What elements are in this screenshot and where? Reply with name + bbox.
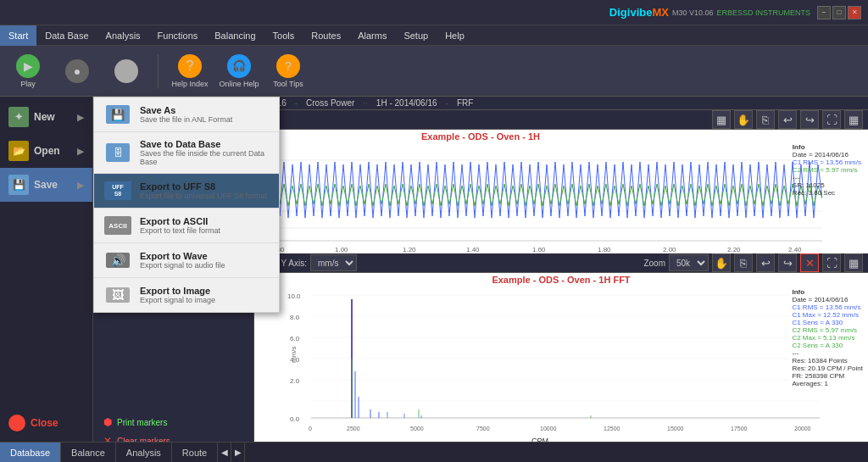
export-wave-text: Export to Wave Export signal to audio fi…	[140, 251, 225, 270]
hand-tool-2[interactable]: ✋	[712, 253, 731, 272]
fullscreen-button-2[interactable]: ⛶	[822, 253, 841, 272]
svg-text:1.40: 1.40	[466, 246, 480, 253]
chart2-info-panel: Info Date = 2014/06/16 C1 RMS = 13.56 mm…	[790, 287, 865, 389]
close-icon: ✕	[8, 415, 25, 431]
sidebar-new-label: New	[34, 111, 55, 123]
save-as-text: Save As Save the file in ANL Format	[140, 105, 232, 124]
tab-frf[interactable]: FRF	[450, 97, 480, 109]
menu-functions[interactable]: Functions	[149, 25, 207, 46]
svg-text:6.0: 6.0	[290, 335, 300, 342]
export-image-icon: 🖼	[106, 287, 130, 303]
svg-text:0.0: 0.0	[290, 415, 300, 423]
redo-button-2[interactable]: ↪	[778, 253, 797, 272]
play-button[interactable]: ▶ Play	[7, 50, 49, 92]
save-to-db-item[interactable]: 🗄 Save to Data Base Saves the file insid…	[94, 132, 279, 174]
sidebar-save-label: Save	[34, 179, 58, 191]
menu-alarms[interactable]: Alarms	[349, 25, 395, 46]
svg-text:10000: 10000	[540, 426, 557, 431]
bottom-tab-route[interactable]: Route	[172, 443, 218, 463]
export-image-desc: Export signal to image	[140, 296, 215, 304]
help-index-icon: ?	[178, 54, 202, 78]
chart1-date: Date = 2014/06/16	[793, 151, 861, 159]
bottom-tab-database[interactable]: Database	[0, 443, 61, 463]
svg-text:0: 0	[309, 426, 312, 431]
undo-button-2[interactable]: ↩	[756, 253, 775, 272]
menu-analysis[interactable]: Analysis	[97, 25, 149, 46]
export-uff-item[interactable]: UFFS8 Export to UFF S8 Export file to un…	[94, 174, 279, 209]
menu-setup[interactable]: Setup	[395, 25, 437, 46]
svg-text:2.00: 2.00	[663, 246, 676, 253]
menu-balancing[interactable]: Balancing	[206, 25, 264, 46]
minimize-button[interactable]: −	[817, 6, 831, 19]
bottom-tab-balance[interactable]: Balance	[61, 443, 116, 463]
export-image-item[interactable]: 🖼 Export to Image Export signal to image	[94, 278, 279, 312]
online-help-icon: 🎧	[227, 54, 251, 78]
sidebar-item-new[interactable]: ✦ New ▶	[0, 100, 92, 134]
menu-routes[interactable]: Routes	[303, 25, 349, 46]
play-icon: ▶	[16, 54, 40, 78]
sidebar-close-label: Close	[31, 417, 58, 429]
company-text: ERBESSD INSTRUMENTS	[716, 8, 810, 17]
clear-markers-button[interactable]: ✕ Clear markers	[97, 431, 250, 442]
redo-button-1[interactable]: ↪	[800, 110, 819, 129]
menu-help[interactable]: Help	[437, 25, 473, 46]
y-axis-select[interactable]: mm/s	[310, 254, 357, 271]
export-ascii-item[interactable]: ASCII Export to ASCII Export to text fil…	[94, 209, 279, 243]
nav-next-button[interactable]: ▶	[231, 443, 245, 463]
export-wave-item[interactable]: 🔊 Export to Wave Export signal to audio …	[94, 243, 279, 278]
maximize-button[interactable]: □	[832, 6, 846, 19]
menu-tools[interactable]: Tools	[264, 25, 303, 46]
menu-start[interactable]: Start	[0, 25, 36, 46]
nav-prev-button[interactable]: ◀	[218, 443, 231, 463]
tab-1h-3[interactable]: 1H - 2014/06/16	[370, 97, 444, 109]
tool-tips-button[interactable]: ? Tool Tips	[267, 50, 309, 92]
chart2-averages: Averages: 1	[792, 380, 863, 387]
online-help-button[interactable]: 🎧 Online Help	[218, 50, 260, 92]
chart2-date: Date = 2014/06/16	[792, 296, 863, 303]
menu-database[interactable]: Data Base	[36, 25, 97, 46]
export-image-text: Export to Image Export signal to image	[140, 286, 215, 304]
chart2-info-title: Info	[792, 288, 863, 296]
window-controls: − □ ✕	[817, 6, 861, 19]
table-button-1[interactable]: ▦	[712, 110, 731, 129]
save-icon: 💾	[8, 175, 29, 195]
bottom-tab-analysis[interactable]: Analysis	[116, 443, 172, 463]
chart1-rec: Rec: 3.60 Sec	[793, 189, 861, 197]
close-chart-button[interactable]: ✕	[800, 253, 819, 272]
svg-text:2500: 2500	[347, 426, 360, 431]
svg-text:1.60: 1.60	[532, 246, 546, 253]
svg-text:7500: 7500	[476, 426, 490, 431]
grid-view-button-1[interactable]: ▦	[844, 110, 863, 129]
svg-text:1.80: 1.80	[598, 246, 611, 253]
chart1-divider: ---	[793, 174, 861, 181]
fullscreen-button-1[interactable]: ⛶	[822, 110, 841, 129]
undo-button-1[interactable]: ↩	[778, 110, 797, 129]
tab-cross-power[interactable]: Cross Power	[299, 97, 361, 109]
sidebar-item-close[interactable]: ✕ Close	[0, 408, 92, 438]
hand-tool-1[interactable]: ✋	[734, 110, 753, 129]
logo-text: DigivibeMX	[609, 6, 669, 19]
main-toolbar: ▶ Play ● ? Help Index 🎧 Online Help ? To…	[0, 46, 868, 97]
save-as-icon: 💾	[104, 104, 131, 125]
sidebar-item-open[interactable]: 📂 Open ▶	[0, 134, 92, 168]
chart2-fr: FR: 258398 CPM	[792, 372, 863, 380]
export-ascii-desc: Export to text file format	[140, 226, 220, 235]
version-text: M30 V10.06	[672, 8, 714, 17]
zoom-select[interactable]: 50k	[669, 254, 709, 271]
copy-button-2[interactable]: ⎘	[734, 253, 753, 272]
circle-icon-2	[114, 59, 138, 83]
table-button-2[interactable]: ▦	[844, 253, 863, 272]
save-as-item[interactable]: 💾 Save As Save the file in ANL Format	[94, 97, 279, 132]
svg-text:2.0: 2.0	[290, 377, 300, 385]
copy-button-1[interactable]: ⎘	[756, 110, 775, 129]
help-index-button[interactable]: ? Help Index	[169, 50, 211, 92]
gray-btn-1[interactable]: ●	[56, 50, 98, 92]
gray-btn-2[interactable]	[105, 50, 147, 92]
print-markers-button[interactable]: ⬢ Print markers	[97, 413, 250, 431]
sidebar-item-save[interactable]: 💾 Save ▶	[0, 168, 92, 202]
close-button[interactable]: ✕	[848, 6, 861, 19]
open-icon: 📂	[8, 141, 29, 161]
svg-text:15000: 15000	[667, 426, 684, 431]
export-wave-title: Export to Wave	[140, 251, 225, 261]
clear-icon: ✕	[103, 435, 112, 442]
